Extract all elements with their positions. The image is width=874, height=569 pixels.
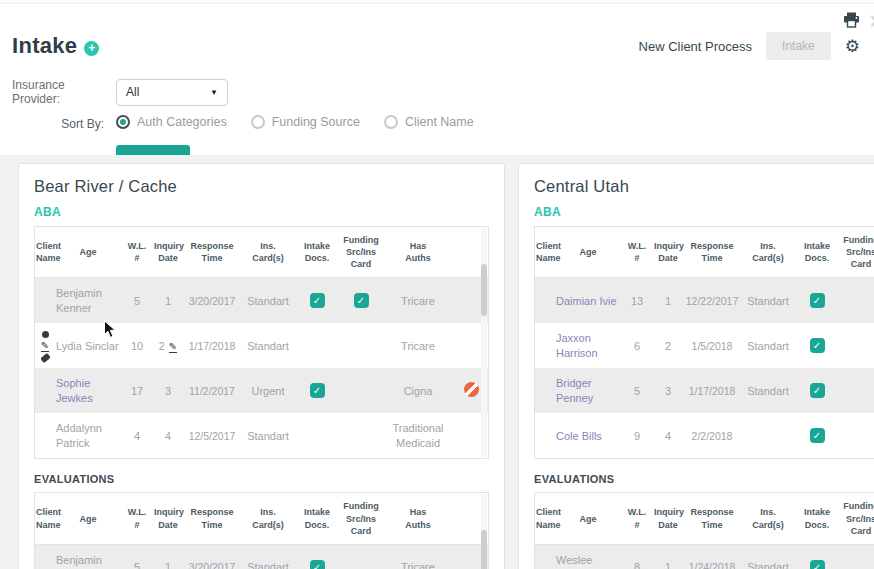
table-row[interactable]: Addalynn Patrick4412/5/2017StandartTradi… — [35, 413, 488, 458]
sort-option[interactable]: Auth Categories — [116, 115, 227, 129]
sort-option-label: Funding Source — [272, 115, 360, 129]
waitlist-number-cell: 3 — [153, 382, 183, 401]
table-row[interactable]: Sophie Jewkes17311/2/2017Urgent✓Cigna — [35, 368, 488, 413]
chevron-down-icon: ▼ — [210, 88, 218, 97]
table-row[interactable]: Weslee Backus811/24/2018Standart✓ — [535, 545, 874, 569]
row-actions — [535, 368, 555, 413]
circle-icon[interactable] — [42, 331, 49, 338]
checked-checkbox-icon[interactable]: ✓ — [810, 428, 825, 443]
column-header: Inquiry Date — [153, 233, 183, 271]
column-header: Age — [555, 506, 621, 532]
intake-docs-cell — [839, 434, 874, 438]
evaluations-table: Client NameAgeW.L. #Inquiry DateResponse… — [534, 492, 874, 569]
table-row[interactable]: ✎Lydia Sinclar102✎1/17/2018StandartTrica… — [35, 323, 488, 368]
client-name-link[interactable]: Cole Bills — [556, 430, 602, 442]
table-row[interactable]: Daimian Ivie13112/22/2017Standart✓ — [535, 278, 874, 323]
pencil-icon[interactable]: ✎ — [41, 341, 49, 352]
funding-source-cell: Cigna — [383, 382, 453, 401]
table-row[interactable]: Jaxxon Harrison621/5/2018Standart✓ — [535, 323, 874, 368]
radio-unselected-icon[interactable] — [251, 115, 265, 129]
client-name-link[interactable]: Bridger Penney — [556, 377, 593, 404]
inquiry-date-cell: 2/2/2018 — [683, 427, 741, 445]
radio-selected-icon[interactable] — [116, 115, 130, 129]
ins-card-cell — [295, 434, 339, 438]
column-header: Funding Src/Ins Card — [839, 227, 874, 277]
client-name-link[interactable]: Benjamin Kenner — [56, 287, 102, 314]
response-time-cell: Standart — [241, 427, 295, 446]
scrollbar-thumb[interactable] — [481, 264, 487, 316]
add-intake-icon[interactable]: + — [84, 41, 99, 56]
column-header: Funding Src/Ins Card — [839, 493, 874, 543]
column-header: W.L. # — [621, 233, 653, 271]
intake-docs-cell — [839, 344, 874, 348]
funding-source-cell: Tricare — [383, 292, 453, 311]
waitlist-number-cell: 4 — [153, 427, 183, 446]
funding-source-cell: Tricare — [383, 337, 453, 356]
client-name-link[interactable]: Benjamin Kenner — [56, 554, 102, 569]
checked-checkbox-icon[interactable]: ✓ — [310, 560, 325, 569]
inquiry-date-cell: 1/17/2018 — [683, 382, 741, 400]
waitlist-number-cell: 1 — [653, 292, 683, 311]
row-actions — [35, 413, 55, 458]
checked-checkbox-icon[interactable]: ✓ — [354, 293, 369, 308]
column-header: Client Name — [35, 233, 55, 271]
settings-gear-icon[interactable]: ⚙ — [845, 38, 860, 55]
checked-checkbox-icon[interactable]: ✓ — [810, 293, 825, 308]
column-header: Ins. Card(s) — [241, 233, 295, 271]
age-cell: 9 — [621, 427, 653, 446]
radio-unselected-icon[interactable] — [384, 115, 398, 129]
checked-checkbox-icon[interactable]: ✓ — [810, 560, 825, 569]
table-row[interactable]: Benjamin Kenner513/20/2017Standart✓✓Tric… — [35, 278, 488, 323]
table-row[interactable]: Benjamin Kenner513/20/2017Standart✓Trica… — [35, 545, 488, 569]
regions-content: Bear River / Cache ABA Client NameAgeW.L… — [0, 155, 874, 569]
checked-checkbox-icon[interactable]: ✓ — [810, 338, 825, 353]
response-time-cell: Standart — [241, 292, 295, 311]
row-actions — [535, 545, 555, 569]
checked-checkbox-icon[interactable]: ✓ — [810, 383, 825, 398]
page-header: Intake + New Client Process Intake ⚙ — [0, 28, 874, 60]
client-name-link[interactable]: Addalynn Patrick — [56, 422, 102, 449]
print-icon[interactable] — [843, 12, 860, 28]
column-header: Ins. Card(s) — [241, 499, 295, 537]
column-header: Age — [555, 239, 621, 265]
header-actions: New Client Process Intake ⚙ — [639, 32, 860, 60]
sort-option[interactable]: Client Name — [384, 115, 474, 129]
response-time-cell: Standart — [241, 558, 295, 569]
checked-checkbox-icon[interactable]: ✓ — [310, 293, 325, 308]
inquiry-date-cell: 12/5/2017 — [183, 427, 241, 445]
table-row[interactable]: Bridger Penney531/17/2018Standart✓ — [535, 368, 874, 413]
age-cell: 5 — [621, 382, 653, 401]
insurance-provider-select[interactable]: All ▼ — [116, 79, 228, 106]
table-scrollbar[interactable] — [481, 494, 487, 569]
client-name-cell: Benjamin Kenner — [55, 551, 121, 569]
inquiry-date-cell: 11/2/2017 — [183, 382, 241, 400]
table-row[interactable]: Cole Bills942/2/2018✓ — [535, 413, 874, 458]
intake-toggle-button[interactable]: Intake — [766, 32, 831, 60]
region-title: Bear River / Cache — [34, 177, 489, 196]
table-header-row: Client NameAgeW.L. #Inquiry DateResponse… — [35, 227, 488, 278]
client-name-link[interactable]: Sophie Jewkes — [56, 377, 93, 404]
table-header-row: Client NameAgeW.L. #Inquiry DateResponse… — [35, 493, 488, 544]
pencil-edit-icon[interactable]: ✎ — [169, 342, 177, 353]
section-label-aba: ABA — [34, 205, 489, 219]
tag-icon[interactable] — [40, 353, 51, 363]
inquiry-date-cell: 3/20/2017 — [183, 292, 241, 310]
scrollbar-thumb[interactable] — [481, 530, 487, 569]
checked-checkbox-icon[interactable]: ✓ — [310, 383, 325, 398]
client-name-link[interactable]: Daimian Ivie — [556, 295, 617, 307]
client-name-cell: Weslee Backus — [555, 551, 621, 569]
table-scrollbar[interactable] — [481, 228, 487, 457]
response-time-cell: Standart — [741, 337, 795, 356]
response-time-cell: Urgent — [241, 382, 295, 401]
age-cell: 5 — [121, 558, 153, 569]
page-title-text: Intake — [12, 33, 77, 59]
inquiry-date-cell: 3/20/2017 — [183, 558, 241, 569]
client-name-link[interactable]: Jaxxon Harrison — [556, 332, 598, 359]
client-name-link[interactable]: Lydia Sinclar — [56, 340, 119, 352]
sort-option[interactable]: Funding Source — [251, 115, 360, 129]
waitlist-number-cell: 2 — [653, 337, 683, 356]
sort-option-label: Auth Categories — [137, 115, 227, 129]
column-header: Ins. Card(s) — [741, 499, 795, 537]
client-name-link[interactable]: Weslee Backus — [556, 554, 592, 569]
chevron-icon[interactable]: ❯ — [869, 14, 874, 27]
